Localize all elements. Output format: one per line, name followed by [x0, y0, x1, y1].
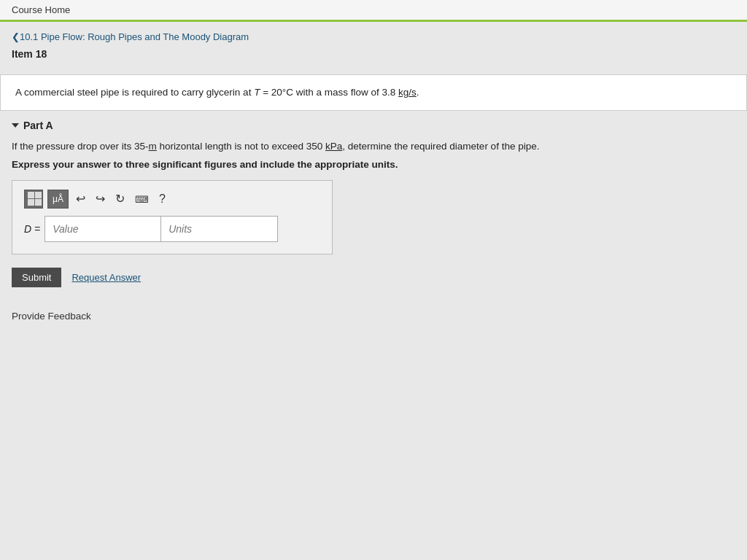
matrix-cell-4: [35, 199, 42, 206]
question-middle: horizontal length is not to exceed 350: [157, 141, 325, 152]
part-a-section: Part A If the pressure drop over its 35-…: [0, 111, 747, 296]
part-a-question: If the pressure drop over its 35-m horiz…: [12, 139, 735, 155]
matrix-cell-2: [35, 192, 42, 198]
refresh-icon: ↻: [115, 192, 125, 205]
provide-feedback-link[interactable]: Provide Feedback: [12, 311, 91, 322]
units-input[interactable]: [161, 216, 278, 242]
submit-button[interactable]: Submit: [12, 268, 61, 287]
question-suffix: , determine the required diameter of the…: [342, 141, 539, 152]
mu-angstrom-label: μÅ: [53, 194, 63, 204]
problem-text-suffix: .: [417, 87, 419, 98]
part-a-header[interactable]: Part A: [12, 120, 735, 131]
mu-angstrom-button[interactable]: μÅ: [47, 190, 69, 209]
provide-feedback-section: Provide Feedback: [0, 296, 747, 336]
item-label: Item 18: [12, 48, 47, 60]
matrix-button[interactable]: [24, 190, 43, 209]
part-a-label: Part A: [23, 120, 53, 131]
redo-icon: ↪: [96, 192, 105, 205]
part-a-instruction: Express your answer to three significant…: [12, 159, 735, 170]
actions-row: Submit Request Answer: [12, 268, 735, 287]
value-input[interactable]: [44, 216, 161, 242]
problem-text-middle: with a mass flow of 3.8: [293, 87, 398, 98]
matrix-cell-3: [28, 199, 34, 206]
d-label: D =: [24, 223, 40, 235]
top-bar: Course Home: [0, 0, 747, 22]
keyboard-button[interactable]: ⌨: [132, 191, 152, 207]
problem-text-prefix: A commercial steel pipe is required to c…: [15, 87, 254, 98]
request-answer-link[interactable]: Request Answer: [71, 272, 141, 283]
course-home-link[interactable]: Course Home: [12, 4, 70, 15]
undo-button[interactable]: ↩: [73, 190, 88, 207]
breadcrumb-section: ❮10.1 Pipe Flow: Rough Pipes and The Moo…: [0, 22, 747, 45]
question-prefix: If the pressure drop over its 35-: [12, 141, 149, 152]
chevron-down-icon: [12, 123, 19, 128]
redo-button[interactable]: ↪: [93, 190, 108, 207]
answer-box: μÅ ↩ ↪ ↻ ⌨ ? D =: [12, 180, 333, 254]
problem-equals: = 20°C: [260, 87, 293, 98]
toolbar: μÅ ↩ ↪ ↻ ⌨ ?: [24, 190, 320, 209]
input-row: D =: [24, 216, 320, 242]
help-label: ?: [159, 192, 166, 205]
item-number: Item 18: [0, 45, 747, 67]
breadcrumb-link[interactable]: ❮10.1 Pipe Flow: Rough Pipes and The Moo…: [12, 31, 249, 42]
keyboard-icon: ⌨: [135, 194, 149, 205]
kpa-unit: kPa: [325, 141, 342, 152]
undo-icon: ↩: [76, 192, 85, 205]
m-unit: m: [149, 141, 157, 152]
problem-box: A commercial steel pipe is required to c…: [0, 74, 747, 111]
refresh-button[interactable]: ↻: [112, 190, 128, 207]
matrix-cell-1: [28, 192, 34, 198]
help-button[interactable]: ?: [156, 191, 169, 207]
problem-mass-flow-unit: kg/s: [398, 87, 417, 98]
